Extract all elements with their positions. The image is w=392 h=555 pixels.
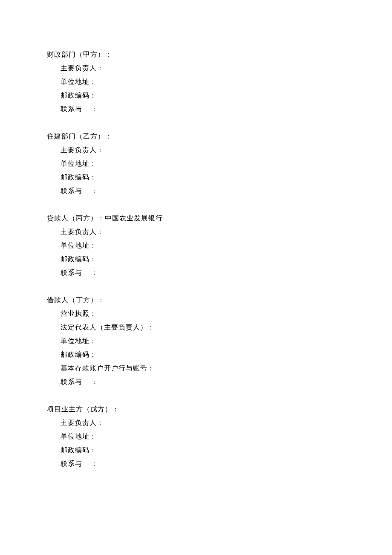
party-a-responsible: 主要负责人： xyxy=(47,65,345,72)
colon: ： xyxy=(89,160,97,167)
party-c-contact: 联系与： xyxy=(47,269,345,276)
field-colon: ： xyxy=(91,378,98,385)
party-d-legal: 法定代表人（主要负责人）： xyxy=(47,324,345,331)
party-a-postal: 邮政编码： xyxy=(47,92,345,99)
field-label: 联系与 xyxy=(61,269,82,276)
colon: ： xyxy=(97,228,104,235)
colon: ： xyxy=(89,446,97,454)
party-e-responsible: 主要负责人： xyxy=(47,419,345,426)
colon: ： xyxy=(147,364,155,372)
party-d-header: 借款人（丁方）： xyxy=(47,297,345,304)
colon: ： xyxy=(89,78,97,85)
party-c-block: 贷款人（丙方）：中国农业发展银行 主要负责人： 单位地址： 邮政编码： 联系与： xyxy=(47,215,345,276)
colon: ： xyxy=(98,296,105,304)
field-label: 单位地址 xyxy=(61,78,89,85)
field-label: 营业执照 xyxy=(61,310,89,317)
party-e-block: 项目业主方（戊方）： 主要负责人： 单位地址： 邮政编码： 联系与： xyxy=(47,406,345,467)
party-c-header: 贷款人（丙方）：中国农业发展银行 xyxy=(47,215,345,222)
party-e-postal: 邮政编码： xyxy=(47,447,345,454)
field-label: 主要负责人 xyxy=(61,228,97,235)
party-e-header-text: 项目业主方（戊方） xyxy=(47,405,112,413)
field-label: 邮政编码 xyxy=(61,92,89,99)
party-d-postal: 邮政编码： xyxy=(47,351,345,358)
colon: ： xyxy=(97,146,104,153)
party-c-address: 单位地址： xyxy=(47,242,345,249)
party-d-contact: 联系与： xyxy=(47,379,345,385)
party-b-block: 住建部门（乙方）： 主要负责人： 单位地址： 邮政编码： 联系与： xyxy=(47,133,345,194)
colon: ： xyxy=(97,419,104,426)
field-colon: ： xyxy=(91,187,98,194)
field-label: 主要负责人 xyxy=(61,419,97,426)
party-b-postal: 邮政编码： xyxy=(47,174,345,181)
party-d-header-text: 借款人（丁方） xyxy=(47,296,98,304)
party-c-responsible: 主要负责人： xyxy=(47,228,345,235)
colon: ： xyxy=(89,173,97,181)
field-label: 邮政编码 xyxy=(61,255,89,263)
party-a-header: 财政部门（甲方）： xyxy=(47,51,345,58)
colon: ： xyxy=(105,133,112,140)
field-label: 基本存款账户开户行与账号 xyxy=(61,364,147,372)
colon: ： xyxy=(89,255,97,263)
party-b-address: 单位地址： xyxy=(47,160,345,167)
party-b-contact: 联系与： xyxy=(47,188,345,194)
field-label: 邮政编码 xyxy=(61,446,89,454)
party-d-bank: 基本存款账户开户行与账号： xyxy=(47,365,345,372)
field-label: 主要负责人 xyxy=(61,64,97,72)
party-d-block: 借款人（丁方）： 营业执照： 法定代表人（主要负责人）： 单位地址： 邮政编码：… xyxy=(47,297,345,385)
party-a-contact: 联系与： xyxy=(47,106,345,113)
party-b-header-text: 住建部门（乙方） xyxy=(47,133,105,140)
party-a-address: 单位地址： xyxy=(47,78,345,85)
colon: ： xyxy=(147,324,155,331)
field-label: 单位地址 xyxy=(61,242,89,249)
colon: ： xyxy=(89,337,97,344)
colon: ： xyxy=(89,310,97,317)
field-label: 单位地址 xyxy=(61,337,89,344)
field-colon: ： xyxy=(91,460,98,467)
party-a-block: 财政部门（甲方）： 主要负责人： 单位地址： 邮政编码： 联系与： xyxy=(47,51,345,113)
field-label: 邮政编码 xyxy=(61,173,89,181)
party-c-postal: 邮政编码： xyxy=(47,256,345,263)
field-label: 联系与 xyxy=(61,187,82,194)
party-a-header-text: 财政部门（甲方） xyxy=(47,51,105,58)
colon: ： xyxy=(89,351,97,358)
field-label: 联系与 xyxy=(61,105,82,113)
field-label: 主要负责人 xyxy=(61,146,97,153)
field-label: 单位地址 xyxy=(61,433,89,440)
party-b-responsible: 主要负责人： xyxy=(47,147,345,153)
field-label: 联系与 xyxy=(61,378,82,385)
field-label: 联系与 xyxy=(61,460,82,467)
colon: ： xyxy=(97,64,104,72)
colon: ： xyxy=(89,433,97,440)
field-colon: ： xyxy=(91,105,98,113)
field-label: 单位地址 xyxy=(61,160,89,167)
party-d-address: 单位地址： xyxy=(47,338,345,344)
party-e-address: 单位地址： xyxy=(47,433,345,440)
party-e-contact: 联系与： xyxy=(47,460,345,467)
field-colon: ： xyxy=(91,269,98,276)
colon: ： xyxy=(89,92,97,99)
colon: ： xyxy=(89,242,97,249)
colon: ： xyxy=(105,51,112,58)
party-d-license: 营业执照： xyxy=(47,310,345,317)
field-label: 邮政编码 xyxy=(61,351,89,358)
colon: ： xyxy=(112,405,119,413)
document-page: 财政部门（甲方）： 主要负责人： 单位地址： 邮政编码： 联系与： 住建部门（乙… xyxy=(0,0,392,467)
party-e-header: 项目业主方（戊方）： xyxy=(47,406,345,413)
party-b-header: 住建部门（乙方）： xyxy=(47,133,345,140)
field-label: 法定代表人（主要负责人） xyxy=(61,324,147,331)
party-c-header-text: 贷款人（丙方）：中国农业发展银行 xyxy=(47,214,163,222)
